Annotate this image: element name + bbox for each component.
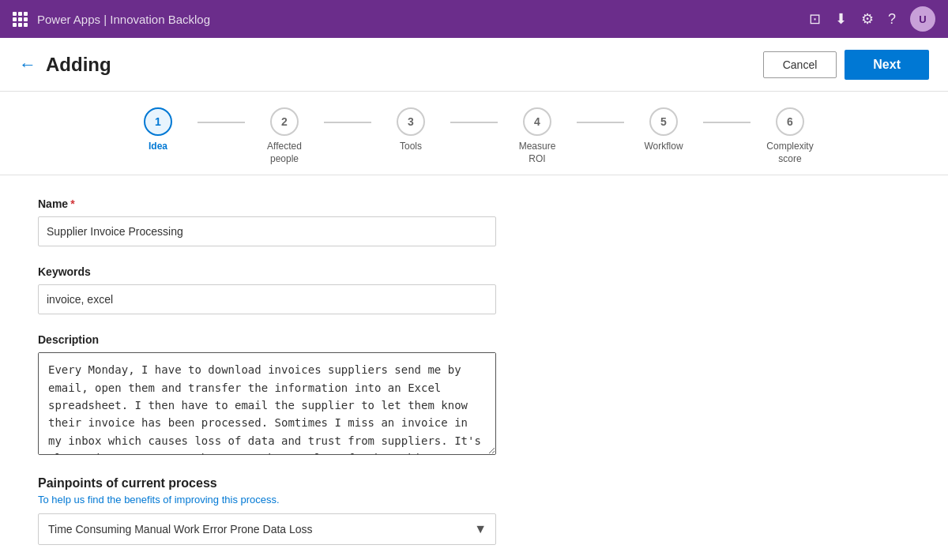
required-indicator: * [70, 197, 74, 210]
step-4-circle: 4 [523, 107, 551, 136]
name-section: Name* [38, 197, 689, 246]
app-brand: Power Apps | Innovation Backlog [37, 13, 210, 26]
step-4-label: MeasureROI [519, 141, 556, 165]
connector-2-3 [324, 122, 371, 123]
download-icon[interactable]: ⬇ [835, 10, 847, 28]
screen-icon[interactable]: ⊡ [809, 10, 821, 28]
step-3[interactable]: 3 Tools [371, 107, 450, 153]
back-button[interactable]: ← [19, 56, 36, 73]
name-label: Name* [38, 197, 689, 210]
step-5-circle: 5 [649, 107, 678, 136]
step-3-label: Tools [400, 141, 422, 153]
step-4[interactable]: 4 MeasureROI [498, 107, 577, 165]
description-section: Description Every Monday, I have to down… [38, 333, 689, 457]
page-title: Adding [46, 54, 111, 76]
description-textarea[interactable]: Every Monday, I have to download invoice… [38, 352, 496, 455]
description-label: Description [38, 333, 689, 346]
step-5[interactable]: 5 Workflow [624, 107, 703, 153]
stepper: 1 Idea 2 Affectedpeople 3 Tools 4 Measur… [0, 92, 948, 175]
step-6-circle: 6 [776, 107, 804, 136]
connector-3-4 [450, 122, 498, 123]
painpoints-dropdown[interactable]: Time Consuming Manual Work Error Prone D… [38, 513, 496, 545]
step-6[interactable]: 6 Complexityscore [750, 107, 830, 165]
page-header: ← Adding Cancel Next [0, 38, 948, 92]
topbar: Power Apps | Innovation Backlog ⊡ ⬇ ⚙ ? … [0, 0, 948, 38]
connector-5-6 [703, 122, 750, 123]
main-form: Name* Keywords Description Every Monday,… [0, 175, 727, 560]
apps-icon[interactable] [13, 12, 28, 27]
keywords-section: Keywords [38, 265, 689, 314]
connector-1-2 [198, 122, 245, 123]
connector-4-5 [577, 122, 624, 123]
step-2-label: Affectedpeople [267, 141, 302, 165]
step-1[interactable]: 1 Idea [118, 107, 198, 153]
settings-icon[interactable]: ⚙ [861, 10, 874, 28]
step-5-label: Workflow [644, 141, 683, 153]
step-1-label: Idea [149, 141, 167, 153]
step-1-circle: 1 [144, 107, 172, 136]
painpoints-hint: To help us find the benefits of improvin… [38, 494, 689, 506]
brand-name: Power Apps [37, 13, 100, 26]
step-2[interactable]: 2 Affectedpeople [245, 107, 324, 165]
name-input[interactable] [38, 216, 496, 246]
painpoints-dropdown-wrapper: Time Consuming Manual Work Error Prone D… [38, 513, 496, 545]
app-name: Innovation Backlog [110, 13, 210, 26]
keywords-label: Keywords [38, 265, 689, 278]
painpoints-section: Painpoints of current process To help us… [38, 476, 689, 545]
keywords-input[interactable] [38, 284, 496, 314]
help-icon[interactable]: ? [888, 11, 896, 28]
painpoints-title: Painpoints of current process [38, 476, 689, 490]
step-3-circle: 3 [397, 107, 425, 136]
step-2-circle: 2 [270, 107, 299, 136]
user-avatar[interactable]: U [910, 6, 935, 32]
step-6-label: Complexityscore [766, 141, 813, 165]
cancel-button[interactable]: Cancel [763, 51, 837, 78]
next-button[interactable]: Next [845, 50, 929, 80]
